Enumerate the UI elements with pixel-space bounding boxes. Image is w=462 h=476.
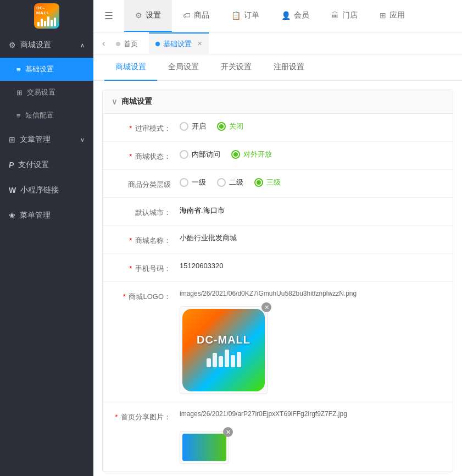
goods-nav-icon: 🏷	[183, 11, 191, 20]
mall-logo-value: images/26/2021/06/d0KZ7iGmuhUu582bu3hitf…	[180, 290, 453, 394]
nav-stores-label: 门店	[342, 10, 358, 20]
sidebar-item-sms-config[interactable]: ≡ 短信配置	[0, 104, 93, 127]
phone-value	[180, 262, 453, 270]
nav-item-apps[interactable]: ⊞ 应用	[369, 0, 416, 32]
nav-item-orders[interactable]: 📋 订单	[220, 0, 270, 32]
review-mode-row: * 过审模式： 开启 关闭	[103, 114, 453, 142]
sidebar-menu-left: ❀ 菜单管理	[9, 211, 51, 220]
mall-logo-row: * 商城LOGO： images/26/2021/06/d0KZ7iGmuhUu…	[103, 282, 453, 402]
nav-item-settings[interactable]: ⚙ 设置	[124, 0, 172, 32]
section-title: 商城设置	[121, 97, 152, 107]
breadcrumb-tab-home[interactable]: 首页	[109, 32, 144, 54]
public-radio-circle	[231, 150, 240, 159]
breadcrumb-basic-settings-label: 基础设置	[163, 39, 192, 49]
mall-settings-section: ∨ 商城设置 * 过审模式： 开启	[102, 90, 453, 472]
default-city-text: 海南省.海口市	[180, 206, 225, 215]
sidebar-group-payment[interactable]: P 支付设置	[0, 152, 93, 178]
transaction-settings-label: 交易设置	[27, 87, 55, 97]
settings-nav-icon: ⚙	[135, 11, 142, 20]
mall-status-internal[interactable]: 内部访问	[180, 150, 220, 159]
review-mode-label: * 过审模式：	[103, 121, 180, 134]
mall-logo-label: * 商城LOGO：	[103, 290, 180, 302]
review-open-label: 开启	[192, 121, 206, 131]
phone-input[interactable]	[180, 262, 444, 270]
mall-status-radio-group: 内部访问 对外开放	[180, 150, 272, 159]
payment-group-label: 支付设置	[18, 160, 49, 170]
tab-global-settings[interactable]: 全局设置	[157, 54, 210, 81]
nav-item-goods[interactable]: 🏷 商品	[172, 0, 220, 32]
phone-row: * 手机号码：	[103, 254, 453, 282]
breadcrumb-tab-basic-settings[interactable]: 基础设置 ✕	[149, 32, 209, 54]
review-mode-radio-group: 开启 关闭	[180, 121, 243, 131]
mall-logo-preview-image: DC-MALL	[182, 309, 265, 391]
mini-program-group-icon: W	[9, 186, 16, 195]
mall-settings-group-icon: ⚙	[9, 41, 16, 49]
mall-status-value: 内部访问 对外开放	[180, 150, 453, 159]
sidebar-group-mini-program[interactable]: W 小程序链接	[0, 178, 93, 203]
share-image-preview-image	[182, 434, 226, 461]
category-level-label: 商品分类层级	[103, 178, 180, 190]
sidebar-item-basic-settings[interactable]: ≡ 基础设置	[0, 58, 93, 81]
sidebar-item-transaction-settings[interactable]: ⊞ 交易设置	[0, 81, 93, 104]
nav-item-members[interactable]: 👤 会员	[270, 0, 320, 32]
sms-config-icon: ≡	[16, 112, 21, 120]
payment-group-icon: P	[9, 160, 14, 169]
tab-close-icon[interactable]: ✕	[197, 40, 202, 47]
share-image-preview-container: ✕	[180, 431, 229, 464]
tab-switch-settings[interactable]: 开关设置	[210, 54, 263, 81]
tab-mall-settings[interactable]: 商城设置	[104, 54, 157, 81]
breadcrumb-back-button[interactable]: ‹	[102, 38, 105, 48]
review-mode-open[interactable]: 开启	[180, 121, 206, 131]
share-image-close-button[interactable]: ✕	[223, 427, 233, 437]
review-mode-value: 开启 关闭	[180, 121, 453, 131]
share-image-path: images/26/2021/09/arP27ir0EjpxXT69iFFg2l…	[180, 410, 347, 418]
mall-name-label: * 商城名称：	[103, 234, 180, 246]
section-header[interactable]: ∨ 商城设置	[103, 90, 453, 114]
nav-members-label: 会员	[294, 10, 309, 20]
nav-orders-label: 订单	[244, 10, 259, 20]
stores-nav-icon: 🏛	[331, 11, 339, 20]
level1-radio[interactable]: 一级	[180, 178, 206, 187]
share-image-row-content: ✕	[180, 427, 229, 464]
article-group-label: 文章管理	[20, 135, 51, 145]
sidebar-article-left: ⊞ 文章管理	[9, 135, 51, 145]
internal-label: 内部访问	[192, 150, 220, 159]
mini-program-group-label: 小程序链接	[20, 185, 59, 195]
sidebar: ⚙ 商城设置 ∧ ≡ 基础设置 ⊞ 交易设置 ≡ 短信配置 ⊞ 文章管理 ∨	[0, 32, 93, 476]
transaction-settings-icon: ⊞	[16, 88, 23, 97]
mall-status-row: * 商城状态： 内部访问 对外开放	[103, 142, 453, 170]
breadcrumb-home-label: 首页	[124, 39, 138, 49]
level3-label: 三级	[266, 178, 281, 187]
basic-settings-label: 基础设置	[25, 64, 54, 74]
content-area: ‹ 首页 基础设置 ✕ 商城设置 全局设置 开关设置 注册设置	[93, 32, 462, 476]
menu-group-label: 菜单管理	[20, 211, 51, 220]
review-mode-close[interactable]: 关闭	[217, 121, 243, 131]
level2-label: 二级	[229, 178, 243, 187]
mall-status-public[interactable]: 对外开放	[231, 150, 272, 159]
mall-name-input[interactable]	[180, 234, 444, 242]
review-open-radio-circle	[180, 122, 188, 131]
breadcrumb: ‹ 首页 基础设置 ✕	[93, 32, 462, 54]
orders-nav-icon: 📋	[231, 11, 241, 20]
level2-radio[interactable]: 二级	[217, 178, 243, 187]
top-nav: DC-MALL ☰ ⚙ 设置 🏷 商品 📋 订单	[0, 0, 462, 32]
nav-item-stores[interactable]: 🏛 门店	[320, 0, 369, 32]
mall-logo-close-button[interactable]: ✕	[261, 302, 271, 312]
hamburger-button[interactable]: ☰	[93, 10, 124, 22]
tab-register-settings[interactable]: 注册设置	[263, 54, 315, 81]
mall-name-value	[180, 234, 453, 242]
sidebar-group-mall-settings[interactable]: ⚙ 商城设置 ∧	[0, 32, 93, 58]
level3-radio[interactable]: 三级	[254, 178, 281, 187]
members-nav-icon: 👤	[281, 11, 291, 20]
review-close-radio-circle	[217, 122, 226, 131]
mall-status-label: * 商城状态：	[103, 150, 180, 162]
level2-circle	[217, 178, 226, 187]
settings-tabs: 商城设置 全局设置 开关设置 注册设置	[93, 54, 462, 81]
mall-settings-chevron-icon: ∧	[80, 42, 85, 49]
level3-circle	[254, 178, 263, 187]
sidebar-group-menu[interactable]: ❀ 菜单管理	[0, 203, 93, 228]
category-level-row: 商品分类层级 一级 二级	[103, 170, 453, 198]
home-dot-icon	[116, 42, 120, 46]
phone-label: * 手机号码：	[103, 262, 180, 274]
sidebar-group-article[interactable]: ⊞ 文章管理 ∨	[0, 127, 93, 152]
